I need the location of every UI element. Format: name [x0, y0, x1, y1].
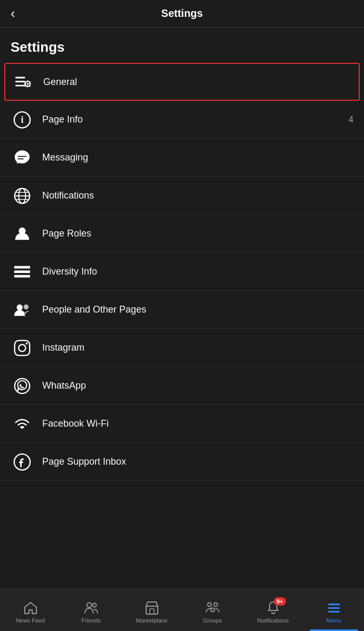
- header: ‹ Settings: [0, 0, 364, 27]
- home-icon: [23, 600, 38, 615]
- svg-rect-1: [15, 81, 25, 82]
- menu-icon: [327, 600, 341, 615]
- friends-icon: [84, 600, 99, 615]
- list-icon: [11, 260, 34, 284]
- tab-notifications-label: Notifications: [257, 617, 289, 624]
- svg-point-25: [24, 304, 28, 309]
- svg-rect-23: [14, 275, 30, 277]
- tab-marketplace[interactable]: Marketplace: [121, 589, 182, 631]
- svg-point-32: [92, 603, 96, 607]
- tab-menu[interactable]: Menu: [303, 589, 364, 631]
- settings-item-page-info-label: Page Info: [42, 114, 349, 125]
- settings-item-page-support-inbox[interactable]: Page Support Inbox: [0, 443, 364, 481]
- tab-bar: News Feed Friends Marketplace: [0, 589, 364, 631]
- page-title: Settings: [0, 27, 364, 63]
- svg-rect-5: [27, 80, 28, 82]
- bell-icon: 9+: [266, 600, 281, 615]
- settings-item-messaging-label: Messaging: [42, 152, 353, 163]
- page-info-badge: 4: [349, 115, 353, 125]
- tab-news-feed[interactable]: News Feed: [0, 589, 61, 631]
- svg-point-24: [17, 304, 23, 310]
- svg-rect-26: [15, 340, 30, 355]
- settings-item-page-roles[interactable]: Page Roles: [0, 215, 364, 253]
- settings-item-diversity-info-label: Diversity Info: [42, 266, 353, 277]
- svg-rect-0: [15, 77, 25, 79]
- svg-rect-22: [14, 270, 30, 273]
- settings-item-general-label: General: [43, 77, 352, 88]
- settings-item-notifications[interactable]: Notifications: [0, 177, 364, 215]
- svg-rect-7: [24, 83, 25, 84]
- notification-badge: 9+: [274, 597, 286, 606]
- settings-item-facebook-wifi-label: Facebook Wi-Fi: [42, 418, 353, 429]
- marketplace-icon: [145, 600, 159, 615]
- settings-item-facebook-wifi[interactable]: Facebook Wi-Fi: [0, 405, 364, 443]
- settings-item-page-roles-label: Page Roles: [42, 228, 353, 239]
- tab-friends-label: Friends: [81, 617, 101, 624]
- globe-icon: [11, 184, 34, 208]
- settings-item-notifications-label: Notifications: [42, 190, 353, 201]
- tab-friends[interactable]: Friends: [61, 589, 121, 631]
- settings-item-whatsapp-label: WhatsApp: [42, 380, 353, 391]
- groups-icon: [205, 600, 220, 615]
- tab-notifications[interactable]: 9+ Notifications: [243, 589, 303, 631]
- messaging-icon: [11, 146, 34, 169]
- svg-rect-38: [328, 604, 340, 605]
- settings-item-page-support-inbox-label: Page Support Inbox: [42, 456, 353, 467]
- svg-point-31: [87, 602, 91, 607]
- svg-rect-40: [328, 611, 340, 613]
- settings-item-instagram-label: Instagram: [42, 342, 353, 353]
- general-icon: [12, 70, 35, 93]
- settings-item-whatsapp[interactable]: WhatsApp: [0, 367, 364, 405]
- tab-marketplace-label: Marketplace: [136, 617, 168, 624]
- tab-groups-label: Groups: [203, 617, 222, 624]
- svg-rect-33: [146, 606, 158, 614]
- svg-text:i: i: [21, 114, 23, 125]
- settings-item-people-other-pages[interactable]: People and Other Pages: [0, 291, 364, 329]
- settings-item-general[interactable]: General: [4, 63, 360, 101]
- svg-rect-21: [14, 266, 30, 268]
- tab-groups[interactable]: Groups: [182, 589, 243, 631]
- person-icon: [11, 222, 34, 246]
- settings-item-messaging[interactable]: Messaging: [0, 139, 364, 177]
- facebook-icon: [11, 450, 34, 474]
- svg-rect-34: [150, 609, 154, 614]
- svg-point-28: [26, 342, 28, 344]
- settings-list: General i Page Info 4 Messaging: [0, 63, 364, 481]
- tab-menu-label: Menu: [327, 617, 341, 624]
- settings-item-people-other-pages-label: People and Other Pages: [42, 304, 353, 315]
- tab-news-feed-label: News Feed: [16, 617, 45, 624]
- whatsapp-icon: [11, 374, 34, 398]
- info-icon: i: [11, 108, 34, 131]
- back-button[interactable]: ‹: [11, 5, 15, 22]
- svg-point-27: [18, 344, 25, 351]
- svg-rect-2: [15, 85, 25, 87]
- svg-point-36: [214, 602, 217, 606]
- svg-point-4: [27, 83, 29, 85]
- settings-item-instagram[interactable]: Instagram: [0, 329, 364, 367]
- instagram-icon: [11, 336, 34, 360]
- settings-item-diversity-info[interactable]: Diversity Info: [0, 253, 364, 291]
- svg-point-35: [207, 602, 211, 606]
- settings-item-page-info[interactable]: i Page Info 4: [0, 101, 364, 139]
- header-title: Settings: [161, 7, 203, 20]
- people-icon: [11, 298, 34, 322]
- svg-rect-6: [27, 86, 28, 88]
- svg-rect-39: [328, 607, 340, 609]
- svg-rect-8: [29, 83, 31, 84]
- wifi-icon: [11, 412, 34, 436]
